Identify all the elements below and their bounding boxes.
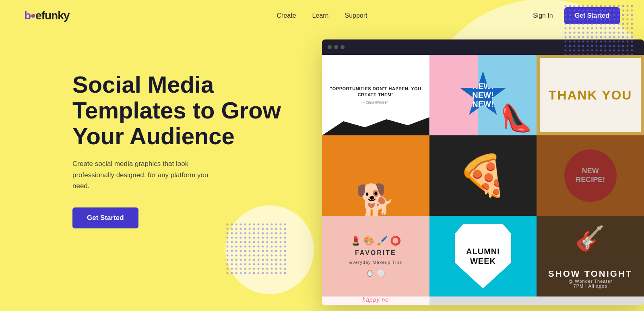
hero-cta-button[interactable]: Get Started	[72, 207, 138, 228]
template-card-pizza: 🍕	[429, 135, 537, 216]
browser-mockup: "OPPORTUNITIES DON'T HAPPEN. YOU CREATE …	[322, 39, 644, 305]
shoe-emoji: 👠	[500, 103, 533, 133]
makeup-bottom-icons: 🪞 ⚪	[366, 270, 385, 277]
template-card-recipe: NEWRECIPE!	[537, 135, 644, 216]
brush-icon: 🖌️	[377, 236, 388, 246]
palette-icon: 🎨	[363, 236, 374, 246]
template-card-new: 👠 NEW!NEW!NEW!	[429, 55, 537, 135]
nav-learn[interactable]: Learn	[312, 12, 329, 19]
alumni-text: ALUMNI WEEK	[455, 247, 511, 266]
happy-content: happy no 😊	[361, 296, 391, 305]
template-card-alumni: ALUMNI WEEK	[429, 216, 537, 296]
browser-dot-3	[341, 45, 345, 49]
show-venue: @ Wonder Theater	[568, 279, 612, 284]
browser-dot-2	[334, 45, 338, 49]
logo-dot	[31, 14, 35, 18]
navbar: befunky Create Learn Support Sign In Get…	[0, 0, 644, 31]
show-title: SHOW TONIGHT	[548, 269, 632, 279]
hero-subtitle: Create social media graphics that look p…	[72, 158, 217, 191]
quote-text: "OPPORTUNITIES DON'T HAPPEN. YOU CREATE …	[330, 86, 421, 98]
happy-text: happy no	[363, 296, 389, 303]
recipe-overlay	[537, 135, 644, 216]
nav-get-started-button[interactable]: Get Started	[564, 7, 620, 24]
nav-create[interactable]: Create	[277, 12, 296, 19]
makeup-icons: 💄 🎨 🖌️ ⭕	[350, 236, 401, 246]
corgi-face: 🐕	[355, 182, 396, 216]
hero-title: Social Media Templates to Grow Your Audi…	[72, 72, 282, 149]
template-card-show: 🎸 SHOW TONIGHT @ Wonder Theater 7PM | Al…	[537, 216, 644, 296]
template-card-thankyou: THANK YOU	[537, 55, 644, 135]
template-card-quote: "OPPORTUNITIES DON'T HAPPEN. YOU CREATE …	[322, 55, 429, 135]
alumni-shield: ALUMNI WEEK	[455, 224, 511, 288]
compact-icon: ⭕	[390, 236, 401, 246]
browser-bar	[322, 39, 644, 55]
makeup-subtitle: Everyday Makeup Tips	[349, 260, 402, 265]
powder-icon: ⚪	[377, 270, 385, 277]
mirror-icon: 🪞	[366, 270, 374, 277]
hero-left: Social Media Templates to Grow Your Audi…	[72, 48, 282, 228]
hero-section: // we'll do this inline below Social Med…	[0, 31, 644, 310]
makeup-title: FAVORITE	[355, 249, 396, 257]
browser-content: "OPPORTUNITIES DON'T HAPPEN. YOU CREATE …	[322, 55, 644, 305]
sign-in-link[interactable]: Sign In	[533, 12, 553, 19]
pizza-emoji: 🍕	[458, 152, 508, 199]
nav-right: Sign In Get Started	[533, 7, 620, 24]
logo-text: efunky	[35, 9, 69, 22]
quote-author: - Chris Grosser	[363, 100, 388, 104]
show-time: 7PM | All ages	[574, 284, 607, 288]
thankyou-text: THANK YOU	[549, 88, 632, 103]
logo-b: b	[24, 9, 31, 22]
mountain-graphic	[322, 115, 429, 135]
template-card-happy: happy no 😊	[322, 296, 429, 305]
browser-dot-1	[328, 45, 332, 49]
template-card-corgi: 🐕	[322, 135, 429, 216]
lipstick-icon: 💄	[350, 236, 361, 246]
template-card-makeup: 💄 🎨 🖌️ ⭕ FAVORITE Everyday Makeup Tips 🪞…	[322, 216, 429, 296]
nav-links: Create Learn Support	[277, 12, 367, 19]
musician-emoji: 🎸	[575, 224, 605, 253]
nav-support[interactable]: Support	[345, 12, 367, 19]
logo[interactable]: befunky	[24, 9, 69, 22]
